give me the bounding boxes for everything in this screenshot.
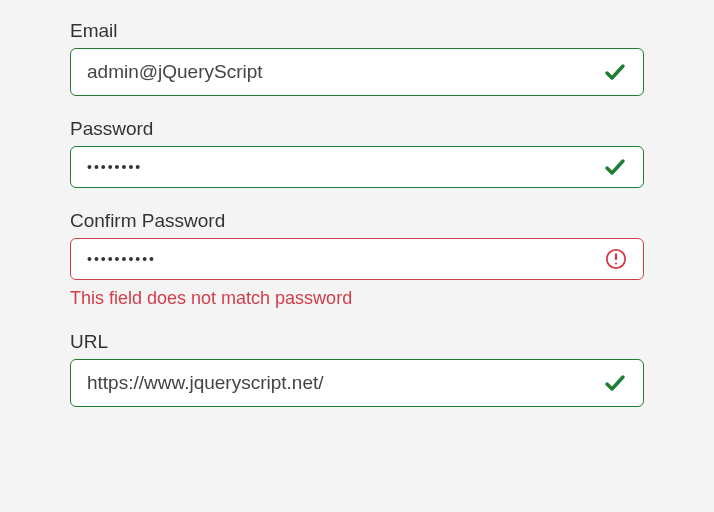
email-input-wrapper [70,48,644,96]
svg-point-2 [615,262,617,264]
confirm-password-input-wrapper [70,238,644,280]
url-group: URL [70,331,644,407]
url-field[interactable] [71,360,603,406]
check-icon [603,155,643,179]
check-icon [603,371,643,395]
confirm-password-error: This field does not match password [70,288,644,309]
confirm-password-group: Confirm Password This field does not mat… [70,210,644,309]
email-field[interactable] [71,49,603,95]
confirm-password-field[interactable] [71,239,605,279]
password-group: Password [70,118,644,188]
url-label: URL [70,331,644,353]
url-input-wrapper [70,359,644,407]
password-input-wrapper [70,146,644,188]
check-icon [603,60,643,84]
email-group: Email [70,20,644,96]
confirm-password-label: Confirm Password [70,210,644,232]
alert-icon [605,248,643,270]
email-label: Email [70,20,644,42]
password-field[interactable] [71,147,603,187]
password-label: Password [70,118,644,140]
